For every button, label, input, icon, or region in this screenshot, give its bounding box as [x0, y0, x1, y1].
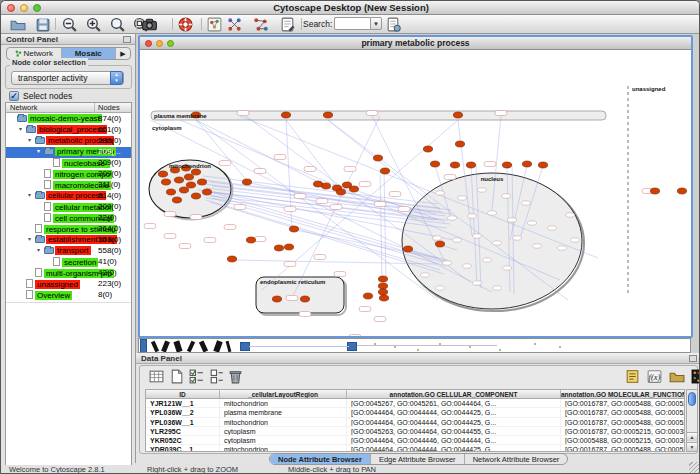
graph-node-label[interactable]: [190, 215, 202, 220]
graph-node-label[interactable]: [234, 205, 246, 210]
tab-node-attribute-browser[interactable]: Node Attribute Browser: [270, 454, 371, 464]
tree-col-network[interactable]: Network: [10, 103, 38, 112]
graph-node-label[interactable]: [294, 194, 306, 199]
unselect-attributes-icon[interactable]: [208, 368, 225, 385]
graph-node[interactable]: [436, 286, 445, 290]
save-session-icon[interactable]: [34, 16, 51, 33]
graph-node-label[interactable]: [314, 255, 326, 260]
selected-graph-node[interactable]: [336, 189, 345, 195]
graph-node[interactable]: [493, 241, 502, 245]
snapshot-camera-icon[interactable]: [141, 16, 158, 33]
selected-graph-node[interactable]: [246, 237, 255, 243]
layout-nodes-icon[interactable]: [226, 16, 243, 33]
tree-row[interactable]: ▾cellular process614(0): [6, 191, 131, 202]
selected-graph-node[interactable]: [435, 241, 444, 247]
matrix-view-icon[interactable]: [690, 368, 700, 385]
help-lifering-icon[interactable]: [177, 16, 194, 33]
tree-row[interactable]: Overview8(0): [6, 290, 131, 301]
selected-graph-node[interactable]: [300, 296, 309, 302]
search-options-icon[interactable]: [385, 16, 402, 33]
graph-node[interactable]: [463, 264, 472, 268]
graph-node[interactable]: [483, 258, 492, 262]
new-attribute-icon[interactable]: [168, 368, 185, 385]
float-panel-icon[interactable]: [123, 36, 131, 43]
selected-graph-node[interactable]: [538, 162, 547, 168]
select-attributes-icon[interactable]: [188, 368, 205, 385]
tree-row[interactable]: macromolecule311(0): [6, 180, 131, 191]
selected-graph-node[interactable]: [677, 188, 686, 194]
search-input[interactable]: [334, 17, 370, 30]
column-header[interactable]: ID: [146, 390, 220, 398]
graph-node-label[interactable]: [374, 202, 386, 207]
select-nodes-checkbox[interactable]: ✓: [9, 91, 19, 101]
tree-row[interactable]: response to stimulu264(0): [6, 224, 131, 235]
search-dropdown-arrow[interactable]: ▼: [370, 17, 382, 30]
selected-graph-node[interactable]: [380, 168, 389, 174]
graph-node-label[interactable]: [349, 335, 361, 337]
selected-graph-node[interactable]: [349, 186, 358, 192]
graph-node-label[interactable]: [495, 111, 507, 116]
graph-node-label[interactable]: [179, 244, 191, 249]
graph-node-label[interactable]: [254, 169, 266, 174]
graph-node[interactable]: [478, 188, 487, 192]
selected-graph-node[interactable]: [289, 226, 298, 232]
tree-row[interactable]: multi-organism pro42(0): [6, 268, 131, 279]
selected-graph-node[interactable]: [378, 283, 387, 289]
graph-node[interactable]: [533, 244, 542, 248]
graph-node[interactable]: [513, 236, 522, 240]
float-data-panel-icon[interactable]: [689, 355, 697, 362]
graph-node-label[interactable]: [286, 296, 298, 301]
selected-graph-node[interactable]: [227, 256, 236, 262]
selected-graph-node[interactable]: [197, 179, 206, 185]
graph-node[interactable]: [433, 236, 442, 240]
graph-node[interactable]: [522, 201, 531, 205]
graph-node[interactable]: [468, 214, 477, 218]
selected-graph-node[interactable]: [179, 187, 188, 193]
tree-row[interactable]: cellular metabol209(0): [6, 202, 131, 213]
zoom-out-icon[interactable]: [61, 16, 78, 33]
selected-graph-node[interactable]: [453, 112, 462, 118]
selected-graph-node[interactable]: [378, 276, 387, 282]
graph-node[interactable]: [488, 211, 497, 215]
graph-node-label[interactable]: [304, 167, 316, 172]
graph-node-label[interactable]: [374, 317, 386, 322]
scroll-down-button[interactable]: ▼: [687, 442, 697, 451]
tree-row[interactable]: ▾metabolic process280(0): [6, 136, 131, 147]
graph-node-label[interactable]: [237, 111, 249, 116]
selected-graph-node[interactable]: [284, 244, 293, 250]
annotation-icon[interactable]: [279, 16, 296, 33]
table-row[interactable]: YLR295Ccytoplasm[GO:0045263, GO:0044464,…: [146, 427, 684, 436]
selected-graph-node[interactable]: [313, 181, 322, 187]
graph-node[interactable]: [443, 261, 452, 265]
selected-graph-node[interactable]: [191, 193, 200, 199]
tree-row[interactable]: ▾transport558(0): [6, 246, 131, 257]
background-network-window[interactable]: [138, 338, 691, 353]
graph-node[interactable]: [508, 218, 517, 222]
attribute-notes-icon[interactable]: [624, 368, 641, 385]
graph-node-label[interactable]: [359, 307, 371, 312]
graph-node-label[interactable]: [219, 161, 231, 166]
selected-graph-node[interactable]: [363, 293, 372, 299]
selected-graph-node[interactable]: [502, 162, 511, 168]
graph-node-label[interactable]: [398, 207, 410, 212]
graph-node-label[interactable]: [274, 155, 286, 160]
scrollbar-thumb[interactable]: [688, 392, 696, 406]
table-scrollbar[interactable]: ▲ ▼: [686, 389, 698, 452]
selected-graph-node[interactable]: [158, 171, 167, 177]
graph-node-label[interactable]: [299, 312, 311, 317]
tree-row[interactable]: ▾biological_process651(0): [6, 125, 131, 136]
graph-node[interactable]: [436, 191, 445, 195]
table-row[interactable]: YPL036W__1mitochondrion[GO:0044464, GO:0…: [146, 418, 684, 427]
graph-node-label[interactable]: [359, 182, 371, 187]
column-header[interactable]: _cellularLayoutRegion: [220, 390, 347, 398]
selected-graph-node[interactable]: [423, 146, 432, 152]
graph-node[interactable]: [453, 238, 462, 242]
selected-graph-node[interactable]: [455, 141, 464, 147]
open-session-icon[interactable]: [9, 16, 26, 33]
zoom-in-icon[interactable]: [85, 16, 102, 33]
tree-row[interactable]: cell communicat22(0): [6, 213, 131, 224]
tree-row[interactable]: ▾primary metabol209(...: [6, 147, 131, 158]
selected-graph-node[interactable]: [650, 188, 659, 194]
selected-graph-node[interactable]: [522, 161, 531, 167]
tree-row[interactable]: unassigned223(0): [6, 279, 131, 290]
